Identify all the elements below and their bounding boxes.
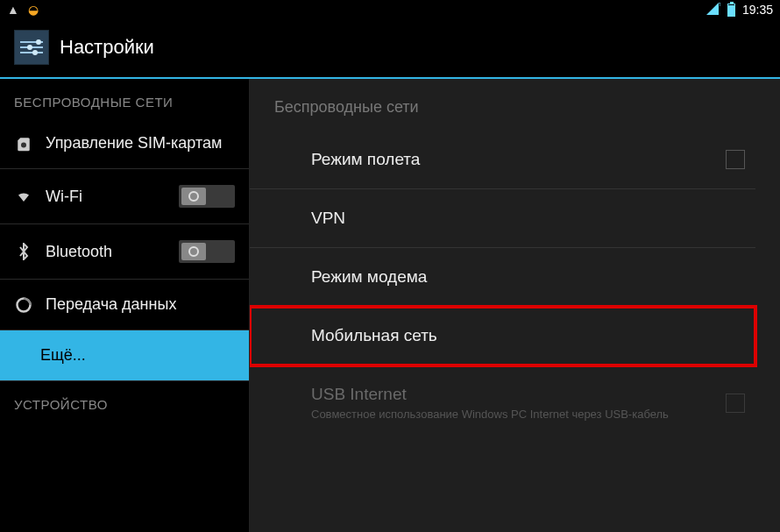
setting-vpn[interactable]: VPN xyxy=(250,189,755,248)
setting-label: Режим полета xyxy=(311,150,420,169)
sidebar-item-more[interactable]: Ещё... xyxy=(0,330,249,381)
bluetooth-toggle[interactable] xyxy=(179,240,235,263)
page-title: Настройки xyxy=(60,36,154,59)
airplane-checkbox[interactable] xyxy=(726,150,745,169)
usb-checkbox xyxy=(726,394,745,413)
setting-mobile-network[interactable]: Мобильная сеть xyxy=(250,307,755,365)
sidebar-item-wifi[interactable]: Wi-Fi xyxy=(0,169,249,224)
content-section-header: Беспроводные сети xyxy=(250,79,780,131)
settings-icon xyxy=(14,30,49,65)
setting-description: Совместное использование Windows PC Inte… xyxy=(311,408,669,421)
sidebar-item-label: Ещё... xyxy=(14,346,86,365)
battery-icon xyxy=(727,4,735,17)
section-header-wireless: БЕСПРОВОДНЫЕ СЕТИ xyxy=(0,79,249,118)
data-usage-icon xyxy=(14,296,33,314)
setting-label: Режим модема xyxy=(311,267,427,287)
setting-airplane-mode[interactable]: Режим полета xyxy=(250,131,755,189)
setting-tethering[interactable]: Режим модема xyxy=(250,248,755,307)
bluetooth-icon xyxy=(14,243,33,260)
sim-icon xyxy=(14,136,33,152)
wifi-toggle[interactable] xyxy=(179,185,235,208)
app-header: Настройки xyxy=(0,19,780,79)
warning-icon: ▲ xyxy=(7,3,19,17)
setting-label: VPN xyxy=(311,209,345,228)
content-pane: Беспроводные сети Режим полета VPN Режим… xyxy=(250,79,780,532)
setting-usb-internet: USB Internet Совместное использование Wi… xyxy=(250,365,755,440)
svg-point-0 xyxy=(21,142,26,147)
setting-label: Мобильная сеть xyxy=(311,326,437,345)
sidebar-item-bluetooth[interactable]: Bluetooth xyxy=(0,224,249,280)
sidebar-item-label: Wi-Fi xyxy=(46,188,82,206)
sidebar-item-sim[interactable]: Управление SIM-картам xyxy=(0,118,249,169)
clock: 19:35 xyxy=(742,3,773,17)
setting-label: USB Internet xyxy=(311,385,669,404)
download-icon: ◒ xyxy=(28,3,39,17)
sidebar-item-data-usage[interactable]: Передача данных xyxy=(0,280,249,330)
wifi-icon xyxy=(14,188,33,204)
status-bar: ▲ ◒ 19:35 xyxy=(0,0,780,19)
section-header-device: УСТРОЙСТВО xyxy=(0,381,249,421)
sidebar-item-label: Передача данных xyxy=(46,295,176,314)
sidebar: БЕСПРОВОДНЫЕ СЕТИ Управление SIM-картам … xyxy=(0,79,250,532)
sidebar-item-label: Управление SIM-картам xyxy=(46,134,222,153)
sidebar-item-label: Bluetooth xyxy=(46,243,112,261)
signal-icon xyxy=(706,3,720,18)
